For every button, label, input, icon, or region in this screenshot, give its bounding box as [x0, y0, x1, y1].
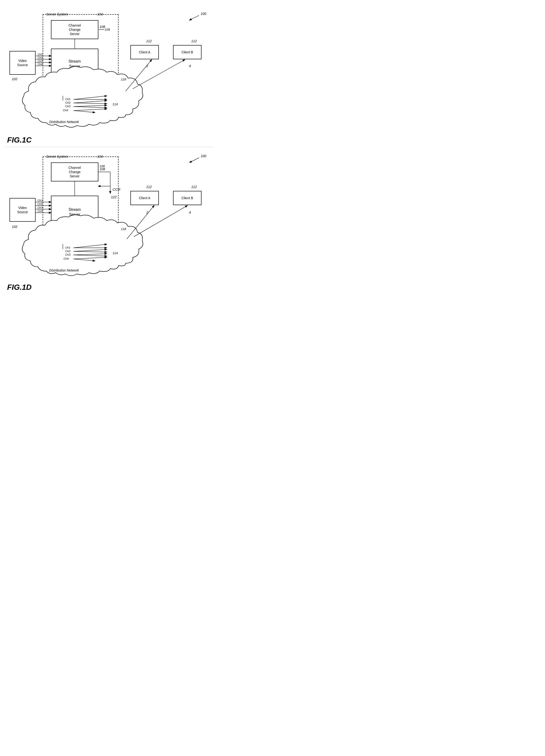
fig1c-diagram: 100 Server System 104 Channel Change Ser… [5, 7, 213, 147]
ref-104-fig1d: 104 [97, 155, 103, 158]
svg-line-62 [74, 255, 107, 256]
ref-112a-fig1d: 112 [146, 185, 152, 189]
svg-line-20 [74, 101, 107, 103]
ref-104-fig1c: 104 [97, 12, 103, 16]
ref-108-fig1d: 108 [100, 167, 105, 171]
svg-text:CH3: CH3 [37, 206, 43, 209]
svg-line-55 [74, 244, 107, 248]
channel-change-server-fig1d: Channel Change Server [51, 162, 98, 181]
ref-106-fig1c: 106 [100, 74, 105, 77]
svg-text:CH1: CH1 [65, 98, 70, 101]
svg-line-58 [74, 249, 107, 251]
ref-4-fig1c: 4 [189, 64, 191, 68]
video-source-fig1c: Video Source [9, 51, 36, 75]
svg-text:CH3: CH3 [65, 105, 70, 108]
ref-112a-fig1c: 112 [146, 39, 152, 43]
stream-server-fig1d: Stream Server [51, 196, 98, 229]
server-system-label-fig1d: Server System [46, 155, 68, 158]
ref-112b-fig1c: 112 [191, 39, 197, 43]
server-system-label-fig1c: Server System [46, 12, 68, 16]
fig1d-diagram: 100 Server System 104 Channel Change Ser… [5, 149, 213, 294]
svg-text:114: 114 [113, 102, 118, 106]
svg-line-34 [190, 158, 199, 162]
svg-text:114: 114 [113, 251, 118, 255]
svg-line-26 [74, 109, 107, 111]
svg-line-27 [74, 111, 95, 112]
svg-line-0 [190, 15, 199, 20]
svg-text:CH2: CH2 [38, 56, 43, 59]
ref-112b-fig1d: 112 [191, 185, 197, 189]
ref-106-fig1d: 106 [100, 225, 105, 229]
svg-line-65 [74, 259, 95, 261]
ccr-label-fig1d: CCR [113, 187, 120, 191]
svg-line-59 [74, 251, 107, 252]
client-b-fig1d: Client B [173, 191, 202, 205]
svg-text:CH2: CH2 [65, 101, 70, 104]
svg-text:CH1: CH1 [65, 246, 70, 249]
svg-text:CH4: CH4 [63, 109, 68, 112]
svg-text:118: 118 [121, 78, 126, 81]
ref-2-fig1d: 2 [146, 211, 148, 214]
client-a-fig1c: Client A [130, 45, 159, 59]
fig1c-label: FIG.1C [7, 136, 32, 144]
fig1d-label: FIG.1D [7, 283, 32, 292]
ref-102-fig1c: 102 [12, 77, 17, 81]
svg-line-61 [74, 254, 107, 255]
ref-4-fig1d: 4 [189, 211, 191, 214]
client-a-fig1d: Client A [130, 191, 159, 205]
svg-line-31 [133, 60, 185, 89]
svg-text:CH2: CH2 [65, 250, 70, 253]
svg-text:CH1: CH1 [37, 199, 43, 202]
ref-108-fig1c: 108 [100, 25, 105, 29]
stream-server-fig1c: Stream Server [51, 49, 98, 79]
ref-100-fig1c: 100 [201, 12, 206, 16]
svg-line-64 [74, 257, 107, 259]
svg-text:CH4: CH4 [38, 63, 43, 66]
svg-line-21 [74, 103, 107, 104]
svg-line-17 [74, 96, 107, 99]
ref-100-fig1d: 100 [201, 154, 206, 158]
svg-line-68 [127, 206, 154, 239]
svg-text:Distribution Network: Distribution Network [49, 268, 79, 272]
svg-text:CH4: CH4 [37, 210, 43, 212]
svg-text:CH3: CH3 [65, 253, 71, 256]
svg-text:CH2: CH2 [37, 203, 43, 205]
svg-text:118: 118 [121, 227, 126, 231]
svg-line-23 [74, 105, 107, 106]
ref-102-fig1d: 102 [12, 225, 17, 229]
ref-2-fig1c: 2 [146, 64, 148, 68]
ref-122-fig1d: 122 [111, 195, 116, 199]
svg-text:CH1: CH1 [38, 53, 43, 56]
page: 100 Server System 104 Channel Change Ser… [0, 0, 218, 301]
client-b-fig1c: Client B [173, 45, 202, 59]
svg-text:CH3: CH3 [38, 60, 43, 62]
svg-text:CH4: CH4 [64, 257, 69, 260]
video-source-fig1d: Video Source [9, 198, 36, 222]
svg-text:Distribution Network: Distribution Network [49, 120, 79, 124]
channel-change-server-fig1c: Channel Change Server [51, 20, 98, 39]
svg-line-69 [134, 206, 187, 237]
svg-line-24 [74, 106, 107, 108]
